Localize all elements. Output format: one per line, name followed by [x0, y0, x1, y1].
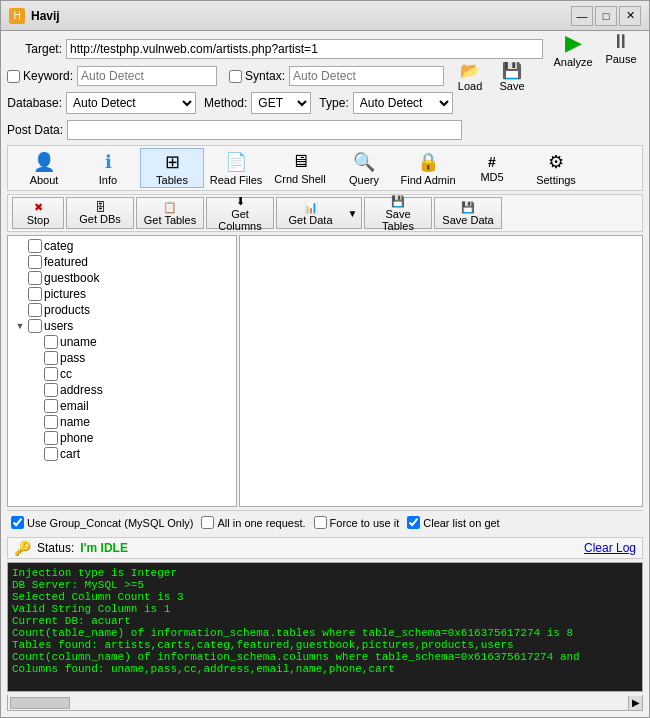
check-cc[interactable] [44, 367, 58, 381]
tool-settings[interactable]: ⚙ Settings [524, 148, 588, 188]
label-featured: featured [44, 255, 88, 269]
check-cart[interactable] [44, 447, 58, 461]
postdata-input[interactable] [67, 120, 462, 140]
clear-log-button[interactable]: Clear Log [584, 541, 636, 555]
use-group-concat-label[interactable]: Use Group_Concat (MySQL Only) [11, 516, 193, 529]
check-users[interactable] [28, 319, 42, 333]
action-bar: ✖ Stop 🗄 Get DBs 📋 Get Tables ⬇ Get Colu… [7, 194, 643, 232]
keyword-checkbox-label[interactable]: Keyword: [7, 69, 73, 83]
type-select[interactable]: Auto Detect [353, 92, 453, 114]
query-icon: 🔍 [353, 151, 375, 173]
check-categ[interactable] [28, 239, 42, 253]
tree-item-cc[interactable]: cc [10, 366, 234, 382]
target-input[interactable] [66, 39, 543, 59]
all-in-one-checkbox[interactable] [201, 516, 214, 529]
tree-item-phone[interactable]: phone [10, 430, 234, 446]
database-select[interactable]: Auto Detect [66, 92, 196, 114]
tool-info[interactable]: ℹ Info [76, 148, 140, 188]
toolbar: 👤 About ℹ Info ⊞ Tables 📄 Read Files 🖥 C… [7, 145, 643, 191]
check-name[interactable] [44, 415, 58, 429]
tree-item-address[interactable]: address [10, 382, 234, 398]
check-guestbook[interactable] [28, 271, 42, 285]
tree-item-uname[interactable]: uname [10, 334, 234, 350]
force-use-label[interactable]: Force to use it [314, 516, 400, 529]
log-hscroll[interactable]: ▶ [7, 695, 643, 711]
check-pass[interactable] [44, 351, 58, 365]
tool-md5-label: MD5 [480, 171, 503, 183]
save-tables-button[interactable]: 💾 Save Tables [364, 197, 432, 229]
check-pictures[interactable] [28, 287, 42, 301]
window-title: Havij [31, 9, 571, 23]
tree-item-name[interactable]: name [10, 414, 234, 430]
label-categ: categ [44, 239, 73, 253]
check-products[interactable] [28, 303, 42, 317]
log-hscroll-thumb[interactable] [10, 697, 70, 709]
save-button[interactable]: 💾 Save [494, 61, 530, 92]
tree-item-featured[interactable]: featured [10, 254, 234, 270]
pause-button[interactable]: ⏸ Pause [599, 30, 643, 68]
md5-icon: # [488, 154, 496, 170]
all-in-one-label[interactable]: All in one request. [201, 516, 305, 529]
use-group-concat-checkbox[interactable] [11, 516, 24, 529]
maximize-button[interactable]: □ [595, 6, 617, 26]
label-guestbook: guestbook [44, 271, 99, 285]
readfiles-icon: 📄 [225, 151, 247, 173]
right-panel [239, 235, 643, 507]
keyword-input[interactable] [77, 66, 217, 86]
tool-cmd-shell[interactable]: 🖥 Crnd Shell [268, 148, 332, 188]
tool-query[interactable]: 🔍 Query [332, 148, 396, 188]
check-email[interactable] [44, 399, 58, 413]
tree-item-pass[interactable]: pass [10, 350, 234, 366]
tree-item-email[interactable]: email [10, 398, 234, 414]
minimize-button[interactable]: — [571, 6, 593, 26]
log-line: Columns found: uname,pass,cc,address,ema… [12, 663, 638, 675]
tree-item-users[interactable]: ▼ users [10, 318, 234, 334]
clear-list-checkbox[interactable] [407, 516, 420, 529]
load-label: Load [458, 80, 482, 92]
get-data-dropdown[interactable]: ▼ [344, 197, 362, 229]
tool-md5[interactable]: # MD5 [460, 148, 524, 188]
get-dbs-button[interactable]: 🗄 Get DBs [66, 197, 134, 229]
status-label: Status: [37, 541, 74, 555]
tool-about-label: About [30, 174, 59, 186]
label-uname: uname [60, 335, 97, 349]
tool-read-files[interactable]: 📄 Read Files [204, 148, 268, 188]
tool-about[interactable]: 👤 About [12, 148, 76, 188]
app-icon: H [9, 8, 25, 24]
label-email: email [60, 399, 89, 413]
tree-item-categ[interactable]: categ [10, 238, 234, 254]
syntax-checkbox[interactable] [229, 70, 242, 83]
tree-item-cart[interactable]: cart [10, 446, 234, 462]
tree-item-products[interactable]: products [10, 302, 234, 318]
get-data-button[interactable]: 📊 Get Data [276, 197, 344, 229]
clear-list-label[interactable]: Clear list on get [407, 516, 499, 529]
close-button[interactable]: ✕ [619, 6, 641, 26]
save-data-button[interactable]: 💾 Save Data [434, 197, 502, 229]
get-columns-button[interactable]: ⬇ Get Columns [206, 197, 274, 229]
get-tables-button[interactable]: 📋 Get Tables [136, 197, 204, 229]
tree-item-pictures[interactable]: pictures [10, 286, 234, 302]
tables-icon: ⊞ [165, 151, 180, 173]
stop-button[interactable]: ✖ Stop [12, 197, 64, 229]
tree-panel: categ featured guestbook [7, 235, 237, 507]
check-featured[interactable] [28, 255, 42, 269]
log-line: Count(table_name) of information_schema.… [12, 627, 638, 639]
tool-find-admin[interactable]: 🔒 Find Admin [396, 148, 460, 188]
tool-tables[interactable]: ⊞ Tables [140, 148, 204, 188]
method-select[interactable]: GET POST [251, 92, 311, 114]
check-address[interactable] [44, 383, 58, 397]
get-dbs-label: Get DBs [79, 213, 121, 225]
analyze-button[interactable]: ▶ Analyze [551, 30, 595, 68]
expand-users[interactable]: ▼ [14, 321, 26, 331]
use-group-concat-text: Use Group_Concat (MySQL Only) [27, 517, 193, 529]
keyword-checkbox[interactable] [7, 70, 20, 83]
tree-scroll[interactable]: categ featured guestbook [8, 236, 236, 506]
log-hscroll-right-arrow[interactable]: ▶ [628, 696, 642, 710]
force-use-checkbox[interactable] [314, 516, 327, 529]
check-phone[interactable] [44, 431, 58, 445]
load-button[interactable]: 📂 Load [452, 61, 488, 92]
tree-item-guestbook[interactable]: guestbook [10, 270, 234, 286]
syntax-checkbox-label[interactable]: Syntax: [229, 69, 285, 83]
syntax-input[interactable] [289, 66, 444, 86]
check-uname[interactable] [44, 335, 58, 349]
